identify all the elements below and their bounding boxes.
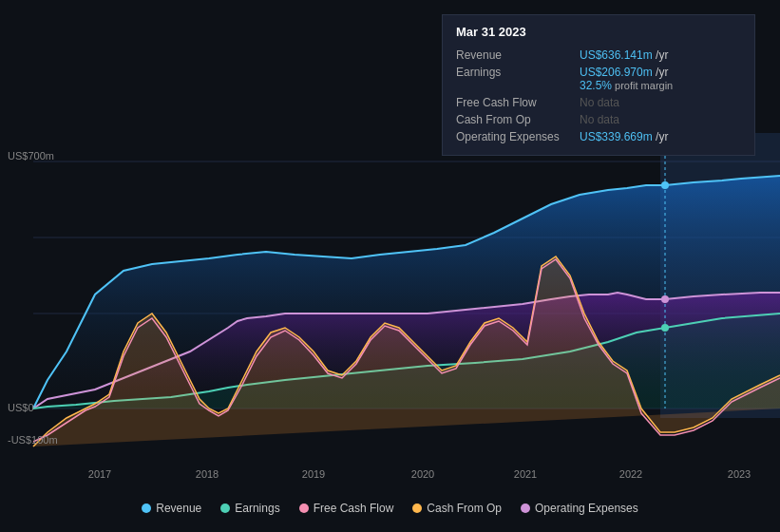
- y-label-0: US$0: [8, 402, 34, 413]
- legend-label-revenue: Revenue: [156, 502, 201, 515]
- tooltip-row-earnings: Earnings US$206.970m /yr 32.5% profit ma…: [456, 64, 741, 94]
- svg-point-7: [661, 181, 669, 189]
- tooltip-label-earnings: Earnings: [456, 64, 580, 94]
- tooltip-value-fcf: No data: [580, 94, 741, 111]
- tooltip-table: Revenue US$636.141m /yr Earnings US$206.…: [456, 47, 741, 145]
- legend-dot-cashop: [412, 504, 422, 513]
- svg-point-9: [661, 324, 669, 332]
- tooltip-box: Mar 31 2023 Revenue US$636.141m /yr Earn…: [442, 14, 755, 156]
- tooltip-label-opex: Operating Expenses: [456, 128, 580, 145]
- legend-label-fcf: Free Cash Flow: [314, 502, 394, 515]
- tooltip-row-opex: Operating Expenses US$339.669m /yr: [456, 128, 741, 145]
- tooltip-row-cashop: Cash From Op No data: [456, 111, 741, 128]
- legend-label-earnings: Earnings: [235, 502, 279, 515]
- x-label-2020: 2020: [411, 468, 434, 480]
- legend-item-opex[interactable]: Operating Expenses: [521, 502, 638, 515]
- legend-item-earnings[interactable]: Earnings: [220, 502, 279, 515]
- tooltip-label-cashop: Cash From Op: [456, 111, 580, 128]
- x-label-2019: 2019: [302, 468, 325, 480]
- x-label-2017: 2017: [88, 468, 111, 480]
- x-label-2018: 2018: [196, 468, 219, 480]
- legend-item-cashop[interactable]: Cash From Op: [412, 502, 502, 515]
- chart-container: US$700m US$0 -US$100m 2017 2018 2019 202…: [0, 0, 780, 532]
- legend-label-cashop: Cash From Op: [427, 502, 502, 515]
- x-label-2021: 2021: [514, 468, 537, 480]
- legend-dot-opex: [521, 504, 530, 513]
- legend-dot-fcf: [299, 504, 309, 513]
- tooltip-row-revenue: Revenue US$636.141m /yr: [456, 47, 741, 64]
- y-label-700m: US$700m: [8, 150, 54, 162]
- legend-dot-revenue: [142, 504, 151, 513]
- tooltip-value-earnings: US$206.970m /yr 32.5% profit margin: [580, 64, 741, 94]
- legend-item-revenue[interactable]: Revenue: [142, 502, 201, 515]
- tooltip-value-revenue: US$636.141m /yr: [580, 47, 741, 64]
- x-label-2022: 2022: [619, 468, 642, 480]
- tooltip-date: Mar 31 2023: [456, 25, 741, 39]
- tooltip-value-opex: US$339.669m /yr: [580, 128, 741, 145]
- tooltip-label-fcf: Free Cash Flow: [456, 94, 580, 111]
- x-label-2023: 2023: [728, 468, 751, 480]
- legend-item-fcf[interactable]: Free Cash Flow: [299, 502, 394, 515]
- y-label-neg100m: -US$100m: [8, 434, 58, 446]
- chart-legend: Revenue Earnings Free Cash Flow Cash Fro…: [0, 502, 780, 515]
- legend-dot-earnings: [220, 504, 230, 513]
- tooltip-label-revenue: Revenue: [456, 47, 580, 64]
- tooltip-row-fcf: Free Cash Flow No data: [456, 94, 741, 111]
- tooltip-value-cashop: No data: [580, 111, 741, 128]
- svg-point-8: [661, 295, 669, 303]
- legend-label-opex: Operating Expenses: [535, 502, 638, 515]
